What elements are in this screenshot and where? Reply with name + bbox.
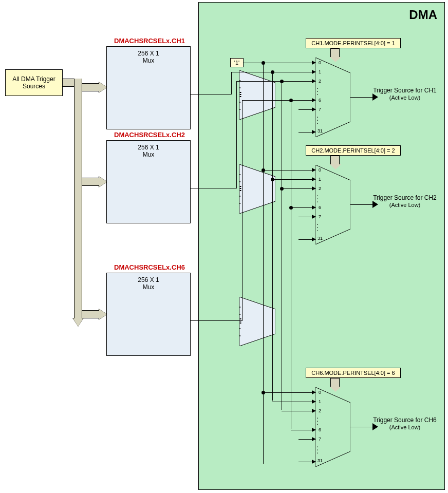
vdots: ··· [316,86,319,96]
arrow-icon [372,423,378,430]
dma-trigger-sources-box: All DMA Trigger Sources [5,69,63,96]
xbar-size: 256 X 1 [107,276,190,283]
wire [263,463,264,464]
output-sub: (Active Low) [389,424,421,430]
arrow-icon [312,205,316,210]
wire [191,188,237,188]
bus-ch2 [282,81,282,410]
sel-arrow-icon [330,378,340,387]
pipe-arrow-icon [73,318,83,327]
junction-dot [289,206,293,210]
wire [231,72,232,94]
junction-dot [271,178,274,181]
wire [242,100,291,101]
mux-in-6: 6 [319,427,321,432]
mux-in-7: 7 [319,107,321,112]
output-sub: (Active Low) [389,202,421,208]
wire [236,81,282,82]
mux-trapezoid-icon [239,70,275,120]
xbar-title-ch6: DMACHSRCSELx.CH6 [114,263,185,271]
pipe [82,178,99,186]
bus-ch1 [272,72,273,401]
output-ch2: Trigger Source for CH2 (Active Low) [370,194,440,208]
mux-in-31: 31 [318,458,323,463]
junction-dot [262,391,265,394]
wire [263,392,315,393]
junction-dot [271,70,274,74]
wire [272,179,315,180]
junction-dot [280,80,284,83]
bus-one [263,63,264,463]
junction-dot [280,187,284,191]
svg-marker-0 [239,70,275,120]
bus-ch6 [291,100,291,429]
vdots: ··· [316,416,319,425]
svg-marker-6 [239,164,275,214]
junction-dot [289,99,293,102]
xbar-type: Mux [107,283,190,291]
arrow-icon [372,93,378,101]
arrow-icon [312,70,316,74]
xbar-ch6: 256 X 1 Mux [106,273,191,356]
vdots: ··· [316,222,319,232]
wire [350,204,374,205]
wire [272,72,315,72]
mux-in-2: 2 [319,408,321,413]
wire [282,188,315,189]
mux-in-1: 1 [319,69,321,74]
output-label: Trigger Source for CH6 [373,416,437,424]
wire [263,63,315,63]
mux-in-1: 1 [319,177,321,182]
vdots: ··· [316,445,319,454]
sel-arrow-icon [330,156,340,165]
arrow-icon [312,400,316,404]
mux-in-31: 31 [318,128,323,134]
dma-title: DMA [409,8,437,22]
wire [244,63,263,63]
wire [236,81,237,188]
diagram-canvas: DMA All DMA Trigger Sources DMACHSRCSELx… [0,0,448,493]
mux-trapezoid-icon [239,297,275,346]
xbar-title-ch1: DMACHSRCSELx.CH1 [114,37,185,45]
mux-in-7: 7 [319,437,321,442]
arrow-icon [312,186,316,191]
mux-trapezoid-icon [239,164,275,214]
pipe [82,83,99,91]
arrow-icon [312,98,316,102]
arrow-icon [312,215,316,219]
pipe [74,79,82,318]
arrow-icon [312,409,316,413]
output-sub: (Active Low) [389,94,421,101]
arrow-icon [312,237,316,241]
wire [272,402,315,402]
mux-in-0: 0 [319,167,321,173]
arrow-icon [312,428,316,432]
cfg-ch6: CH6.MODE.PERINTSEL[4:0] = 6 [306,368,401,378]
svg-marker-12 [239,297,275,346]
arrow-icon [312,390,316,394]
xbar-size: 256 X 1 [107,50,190,57]
arrow-icon [312,79,316,83]
xbar-ch1: 256 X 1 Mux [106,46,191,129]
mux-in-0: 0 [319,390,321,395]
output-ch1: Trigger Source for CH1 (Active Low) [370,87,440,101]
vdots: ··· [316,194,319,203]
output-label: Trigger Source for CH1 [373,87,437,94]
arrow-icon [312,130,316,134]
pipe [63,79,74,87]
pipe [82,310,99,318]
wire [191,94,232,94]
output-label: Trigger Source for CH2 [373,194,437,201]
junction-dot [262,168,265,172]
wire [231,72,272,72]
arrow-icon [312,107,316,111]
wire [242,100,242,321]
xbar-size: 256 X 1 [107,144,190,151]
wire [263,170,315,170]
wire [350,97,374,98]
mux-in-1: 1 [319,399,321,404]
sel-arrow-icon [330,48,340,58]
arrow-icon [312,61,316,65]
constant-one-box: '1' [230,58,244,67]
wire [350,427,374,427]
